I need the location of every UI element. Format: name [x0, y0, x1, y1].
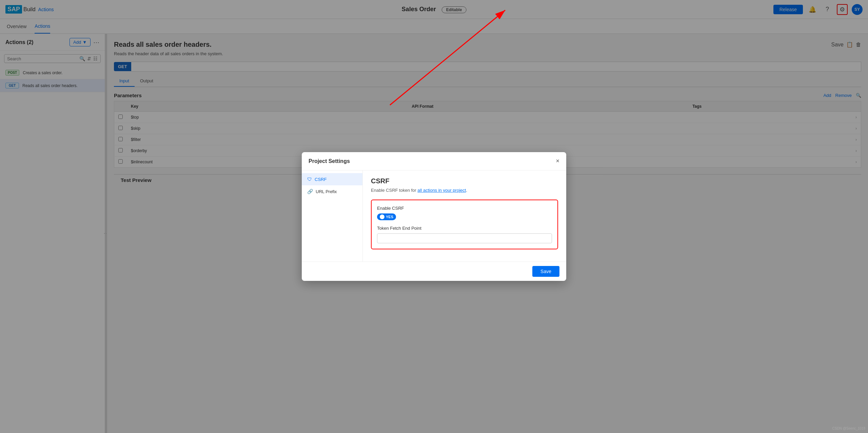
toggle-container: Enable CSRF YES — [377, 206, 552, 220]
modal-overlay[interactable]: Project Settings × 🛡 CSRF 🔗 URL Prefix C… — [0, 0, 868, 433]
csrf-section-title: CSRF — [371, 177, 558, 185]
dialog-main-content: CSRF Enable CSRF token for all actions i… — [363, 170, 566, 262]
project-settings-dialog: Project Settings × 🛡 CSRF 🔗 URL Prefix C… — [302, 152, 566, 281]
csrf-link[interactable]: all actions in your project — [417, 188, 466, 193]
toggle-circle — [380, 214, 384, 219]
dialog-sidebar: 🛡 CSRF 🔗 URL Prefix — [302, 170, 363, 262]
dialog-footer: Save — [302, 262, 566, 281]
dialog-nav-csrf[interactable]: 🛡 CSRF — [302, 173, 362, 185]
toggle-value: YES — [386, 215, 393, 219]
token-fetch-field: Token Fetch End Point — [377, 226, 552, 243]
token-fetch-input[interactable] — [377, 233, 552, 243]
dialog-title: Project Settings — [309, 158, 350, 164]
enable-csrf-label: Enable CSRF — [377, 206, 552, 211]
nav-label-csrf: CSRF — [315, 177, 327, 182]
enable-csrf-toggle[interactable]: YES — [377, 213, 396, 220]
dialog-nav-url-prefix[interactable]: 🔗 URL Prefix — [302, 185, 362, 198]
dialog-close-button[interactable]: × — [556, 158, 559, 165]
dialog-header: Project Settings × — [302, 152, 566, 170]
nav-label-url-prefix: URL Prefix — [316, 189, 337, 194]
watermark: CSDN @Seeric_1018 — [832, 427, 865, 430]
token-fetch-label: Token Fetch End Point — [377, 226, 552, 231]
dialog-body: 🛡 CSRF 🔗 URL Prefix CSRF Enable CSRF tok… — [302, 170, 566, 262]
csrf-settings-section: Enable CSRF YES Token Fetch End Point — [371, 200, 558, 249]
csrf-description: Enable CSRF token for all actions in you… — [371, 188, 558, 193]
dialog-save-button[interactable]: Save — [532, 266, 559, 277]
link-icon: 🔗 — [307, 189, 313, 194]
shield-icon: 🛡 — [307, 177, 312, 182]
